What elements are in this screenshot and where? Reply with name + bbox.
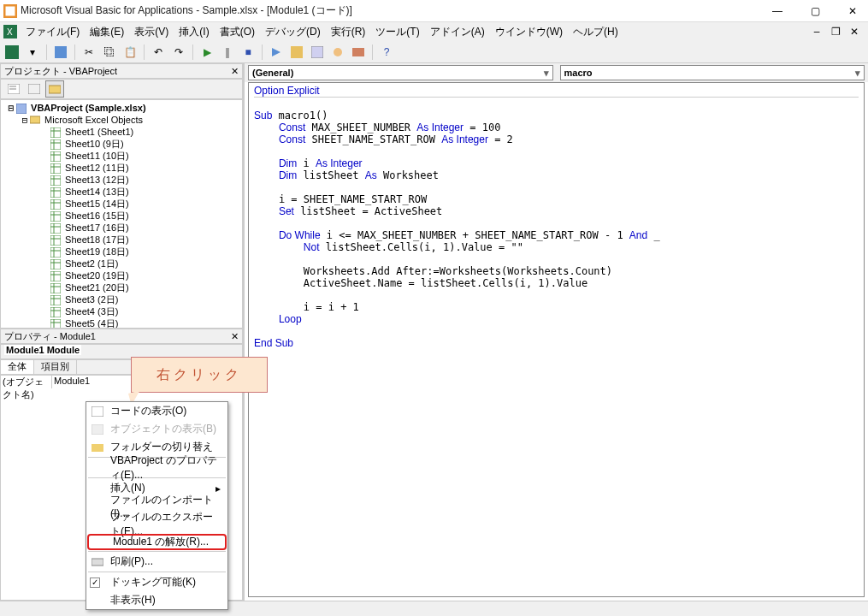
project-explorer-title: プロジェクト - VBAProject ✕ [0,63,243,79]
maximize-button[interactable]: ▢ [803,3,827,19]
code-icon [90,405,105,418]
tree-sheet[interactable]: Sheet12 (11日) [3,162,240,174]
tree-sheet[interactable]: Sheet16 (15日) [3,210,240,222]
tree-vbaproject[interactable]: ⊟ VBAProject (Sample.xlsx) [3,102,240,114]
tree-sheet[interactable]: Sheet5 (4日) [3,317,240,329]
project-tree[interactable]: ⊟ VBAProject (Sample.xlsx)⊟ Microsoft Ex… [0,99,243,329]
menu-view[interactable]: 表示(V) [129,25,174,39]
folder-toggle-icon[interactable] [45,80,64,98]
excel-icon[interactable]: X [3,25,17,38]
toolbox-icon[interactable] [350,44,367,61]
svg-rect-39 [50,211,61,222]
svg-rect-21 [50,139,61,150]
property-key: (オブジェクト名) [1,376,52,388]
cm-remove-module[interactable]: Module1 の解放(R)... [87,534,227,550]
tree-sheet[interactable]: Sheet13 (12日) [3,174,240,186]
code-editor[interactable]: Option Explicit Sub macro1() Const MAX_S… [248,82,865,597]
svg-rect-14 [28,84,40,94]
svg-rect-10 [352,48,364,56]
svg-rect-24 [50,151,61,162]
context-menu: コードの表示(O) オブジェクトの表示(B) フォルダーの切り替え VBAPro… [86,401,228,610]
menu-insert[interactable]: 挿入(I) [174,25,214,39]
cut-icon[interactable]: ✂ [80,44,97,61]
printer-icon [90,555,105,569]
svg-point-9 [334,48,342,56]
cm-export[interactable]: ファイルのエクスポート(E)... [86,515,227,533]
svg-rect-63 [50,307,61,317]
cm-project-properties[interactable]: VBAProject のプロパティ(E)... [86,459,227,477]
copy-icon[interactable]: ⿻ [101,44,118,61]
tree-sheet[interactable]: Sheet20 (19日) [3,270,240,281]
svg-rect-88 [92,406,103,417]
svg-rect-36 [50,199,61,210]
tree-sheet[interactable]: Sheet14 (13日) [3,186,240,198]
mdi-close[interactable]: ✕ [847,25,861,38]
procedure-combo[interactable]: macro ▾ [560,65,865,80]
svg-rect-16 [16,104,27,114]
check-icon: ✓ [90,578,100,588]
stop-icon[interactable]: ■ [239,44,257,61]
tree-sheet[interactable]: Sheet4 (3日) [3,305,240,317]
svg-rect-91 [92,559,103,566]
menu-window[interactable]: ウインドウ(W) [490,25,568,39]
menu-tools[interactable]: ツール(T) [370,25,424,39]
properties-label: プロパティ - Module1 [4,330,96,343]
svg-rect-4 [5,45,19,59]
view-excel-icon[interactable] [3,44,21,61]
cm-print[interactable]: 印刷(P)... [86,553,227,571]
properties-close[interactable]: ✕ [231,331,239,342]
prop-tab-categorized[interactable]: 項目別 [34,360,77,374]
tree-sheet[interactable]: Sheet15 (14日) [3,198,240,210]
tree-sheet[interactable]: Sheet17 (16日) [3,222,240,234]
tree-sheet[interactable]: Sheet2 (1日) [3,258,240,270]
menu-debug[interactable]: デバッグ(D) [260,25,326,39]
svg-rect-48 [50,247,61,258]
design-mode-icon[interactable] [268,44,285,61]
mdi-minimize[interactable]: – [810,25,824,38]
svg-marker-6 [272,48,280,56]
menu-format[interactable]: 書式(O) [215,25,260,39]
menu-file[interactable]: ファイル(F) [21,25,85,39]
help-icon[interactable]: ? [378,44,395,61]
form-icon [90,423,105,436]
close-button[interactable]: ✕ [841,3,865,19]
mdi-restore[interactable]: ❐ [829,25,842,38]
svg-rect-8 [311,46,323,58]
redo-icon[interactable]: ↷ [170,44,187,61]
cm-dockable[interactable]: ✓ドッキング可能(K) [86,573,227,591]
project-explorer-icon[interactable] [288,44,305,61]
object-combo[interactable]: (General) ▾ [248,65,553,80]
tree-sheet[interactable]: Sheet18 (17日) [3,234,240,246]
save-icon[interactable] [52,44,69,61]
tree-sheet[interactable]: Sheet10 (9日) [3,138,240,150]
undo-icon[interactable]: ↶ [150,44,167,61]
tree-sheet[interactable]: Sheet1 (Sheet1) [3,126,240,138]
tree-sheet[interactable]: Sheet19 (18日) [3,246,240,258]
procedure-combo-value: macro [564,68,593,78]
window-title: Microsoft Visual Basic for Applications … [21,3,765,18]
prop-tab-all[interactable]: 全体 [1,360,34,374]
run-icon[interactable]: ▶ [198,44,216,61]
project-explorer-close[interactable]: ✕ [231,66,239,77]
cm-hide[interactable]: 非表示(H) [86,591,227,609]
tree-excel-objects[interactable]: ⊟ Microsoft Excel Objects [3,114,240,126]
tree-sheet[interactable]: Sheet21 (20日) [3,281,240,293]
paste-icon[interactable]: 📋 [121,44,139,61]
view-object-icon[interactable] [25,80,44,98]
tree-sheet[interactable]: Sheet3 (2日) [3,293,240,305]
pause-icon[interactable]: ‖ [219,44,236,61]
menu-help[interactable]: ヘルプ(H) [568,25,623,39]
minimize-button[interactable]: — [765,3,789,19]
menu-run[interactable]: 実行(R) [326,25,371,39]
menu-edit[interactable]: 編集(E) [85,25,129,39]
tree-sheet[interactable]: Sheet11 (10日) [3,150,240,162]
svg-rect-42 [50,223,61,234]
dropdown-indicator[interactable]: ▾ [24,44,41,61]
view-code-icon[interactable] [4,80,23,98]
properties-icon[interactable] [309,44,326,61]
project-explorer-label: プロジェクト - VBAProject [4,65,117,78]
object-browser-icon[interactable] [329,44,346,61]
menu-addins[interactable]: アドイン(A) [425,25,490,39]
cm-show-code[interactable]: コードの表示(O) [86,402,227,420]
svg-rect-60 [50,295,61,305]
